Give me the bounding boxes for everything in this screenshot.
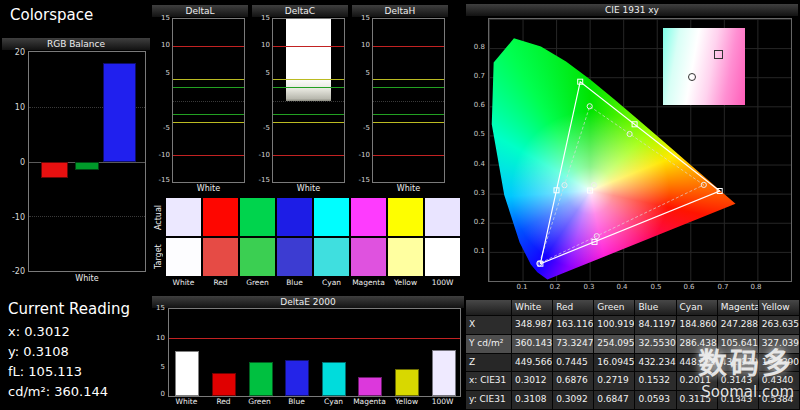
rgb-ytick: 10 <box>2 103 25 112</box>
table-cell: 100.9199 <box>594 316 635 335</box>
ytick: 5 <box>152 363 165 371</box>
deltae-bar-cyan <box>322 362 346 396</box>
deltae-title: DeltaE 2000 <box>152 296 464 308</box>
ytick: 0.3 <box>466 189 485 197</box>
swatch-row-label-target: Target <box>152 238 164 276</box>
ytick: -15 <box>352 176 370 184</box>
deltac-chart: DeltaC 15 10 5 -5 -10 -15 White <box>252 5 348 195</box>
rgb-ytick: 0 <box>2 158 25 167</box>
table-cell: 184.8609 <box>677 316 718 335</box>
limit-line-yellow <box>173 79 244 80</box>
ytick: -15 <box>252 176 270 184</box>
reading-label: x: <box>8 324 20 339</box>
table-header-white: White <box>512 300 553 316</box>
ytick: 5 <box>252 69 270 77</box>
swatch-actual-magenta <box>351 198 386 236</box>
limit-line-red <box>373 155 444 156</box>
limit-line-yellow <box>373 79 444 80</box>
ytick: 15 <box>352 14 370 22</box>
ytick: 0.4 <box>466 160 485 168</box>
deltal-plot <box>172 18 245 183</box>
table-cell: 348.9879 <box>512 316 553 335</box>
xtick: 0.6 <box>683 283 695 291</box>
ytick: 0.5 <box>466 130 485 138</box>
ytick: 15 <box>152 14 170 22</box>
ytick: 5 <box>352 69 370 77</box>
swatch-actual-blue <box>277 198 312 236</box>
rgb-ytick: -10 <box>2 213 25 222</box>
page-title: Colorspace <box>10 6 93 24</box>
swatch-target-green <box>240 238 275 276</box>
deltah-x-label: White <box>372 184 445 193</box>
ytick: 10 <box>252 41 270 49</box>
swatch-col-label: Green <box>240 278 275 287</box>
ytick: -10 <box>252 151 270 159</box>
ytick: 10 <box>352 41 370 49</box>
current-reading-title: Current Reading <box>8 300 158 318</box>
table-cell: 0.1532 <box>635 372 676 391</box>
rgb-ytick: -20 <box>2 267 25 276</box>
table-cell: 360.1437 <box>512 335 553 354</box>
table-cell: 0.0593 <box>635 391 676 410</box>
table-row-label-yCIE31[interactable]: y: CIE31 <box>466 391 512 410</box>
xtick: 0.7 <box>717 283 729 291</box>
reference-gamut-triangle <box>539 106 704 263</box>
current-reading-panel: Current Reading x: 0.3012 y: 0.3108 fL: … <box>8 300 158 404</box>
deltae-bar-blue <box>285 360 309 396</box>
table-row-label-xCIE31[interactable]: x: CIE31 <box>466 372 512 391</box>
rgb-x-label: White <box>28 274 146 283</box>
table-cell: 0.1343 <box>718 391 759 410</box>
deltal-x-label: White <box>172 184 245 193</box>
deltae-x-label: 100W <box>424 397 461 406</box>
deltae-plot <box>168 308 461 397</box>
table-cell: 432.2346 <box>635 354 676 373</box>
ytick: 15 <box>152 304 165 312</box>
table-cell: 16.0945 <box>594 354 635 373</box>
ytick: 0.2 <box>466 218 485 226</box>
swatch-target-blue <box>277 238 312 276</box>
table-cell: 0.2011 <box>677 372 718 391</box>
ytick: -10 <box>152 151 170 159</box>
swatch-actual-cyan <box>314 198 349 236</box>
table-header-blue: Blue <box>635 300 676 316</box>
ytick: 0.1 <box>466 247 485 255</box>
measured-point-white <box>588 188 593 193</box>
swatch-target-magenta <box>351 238 386 276</box>
swatch-actual-white <box>166 198 201 236</box>
table-row-label-Z[interactable]: Z <box>466 354 512 373</box>
reading-value: 0.3108 <box>23 344 69 359</box>
table-cell: 0.4340 <box>759 372 800 391</box>
ytick: 0 <box>152 390 165 398</box>
table-cell: 247.2888 <box>718 316 759 335</box>
white-point-zoom-inset <box>663 28 745 105</box>
deltae-x-label: Magenta <box>351 397 388 406</box>
limit-line-green <box>273 114 344 115</box>
swatch-target-red <box>203 238 238 276</box>
rgb-balance-chart: RGB Balance 20 10 0 -10 -20 White <box>2 38 150 294</box>
inset-target-marker <box>688 73 696 81</box>
ytick: -5 <box>152 124 170 132</box>
deltae-x-label: Cyan <box>315 397 352 406</box>
measurement-table: White Red Green Blue Cyan Magenta Yellow… <box>466 300 800 410</box>
table-cell: 0.7445 <box>553 354 594 373</box>
rgb-bar-red <box>41 162 69 178</box>
swatch-col-label: Yellow <box>388 278 423 287</box>
table-row-label-Y[interactable]: Y cd/m² <box>466 335 512 354</box>
swatch-col-label: Blue <box>277 278 312 287</box>
reading-x: x: 0.3012 <box>8 324 158 344</box>
deltae-x-label: Blue <box>278 397 315 406</box>
table-row-label-X[interactable]: X <box>466 316 512 335</box>
deltae-x-label: White <box>168 397 205 406</box>
target-point-green <box>587 104 592 109</box>
table-cell: 449.5660 <box>512 354 553 373</box>
xtick: 0.8 <box>750 283 762 291</box>
deltac-plot <box>272 18 345 183</box>
target-point-white <box>591 183 596 188</box>
limit-line-green <box>373 87 444 88</box>
limit-line-green <box>273 87 344 88</box>
gridline <box>173 101 244 102</box>
table-cell: 0.3115 <box>677 391 718 410</box>
table-cell: 286.4387 <box>677 335 718 354</box>
limit-line-yellow <box>273 79 344 80</box>
reading-fl: fL: 105.113 <box>8 364 158 384</box>
